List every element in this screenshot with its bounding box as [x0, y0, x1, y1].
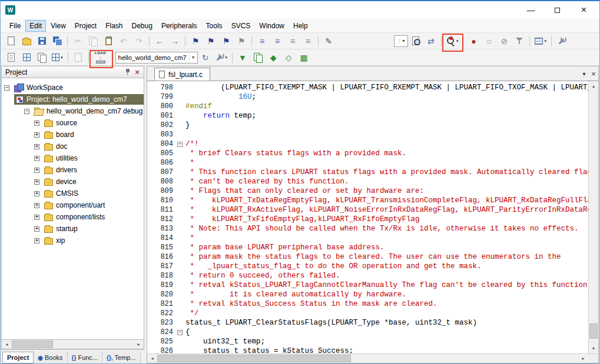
clear-bookmarks-icon[interactable]: ⚑	[234, 34, 248, 48]
expander-plus-icon[interactable]: +	[34, 144, 39, 149]
stop-build-icon[interactable]	[71, 51, 85, 65]
cut-icon[interactable]: ✂	[71, 34, 85, 48]
scroll-right-icon[interactable]: ▸	[134, 340, 144, 349]
tree-item-project[interactable]: Project: hello_world_demo_cm7	[2, 93, 144, 105]
tree-item-board[interactable]: +board	[2, 129, 144, 141]
expander-plus-icon[interactable]: +	[34, 238, 39, 243]
menu-edit[interactable]: Edit	[25, 20, 46, 32]
expander-plus-icon[interactable]: +	[34, 203, 39, 208]
view-list-icon[interactable]: ▾	[533, 34, 548, 48]
toggle-bookmark-icon[interactable]: ⚑	[188, 34, 203, 48]
download-to-board-icon[interactable]: ▼	[236, 51, 250, 65]
file-compare-icon[interactable]	[251, 51, 265, 65]
menu-window[interactable]: Window	[255, 20, 289, 32]
expander-plus-icon[interactable]: +	[34, 132, 39, 138]
menu-debug[interactable]: Debug	[128, 20, 157, 32]
expander-plus-icon[interactable]: +	[34, 191, 39, 196]
save-icon[interactable]	[35, 34, 49, 48]
scroll-left-icon[interactable]: ◂	[2, 340, 12, 349]
outdent-icon[interactable]: ≡	[255, 34, 269, 48]
tree-item-startup[interactable]: +startup	[2, 223, 144, 235]
expander-plus-icon[interactable]: +	[34, 168, 39, 173]
batch-build-icon[interactable]: ▾	[50, 51, 65, 65]
fold-icon[interactable]: −	[177, 330, 183, 335]
search-document-icon[interactable]	[409, 34, 423, 48]
enable-breakpoint-icon[interactable]: ○	[482, 34, 496, 48]
panel-tab-functions[interactable]: {}Func...	[68, 352, 102, 363]
tree-item-cmsis[interactable]: +CMSIS	[2, 188, 144, 199]
tree-item-xip[interactable]: +xip	[2, 235, 144, 246]
fold-icon[interactable]: −	[177, 142, 183, 147]
project-hscroll-track[interactable]	[12, 340, 134, 349]
menu-file[interactable]: File	[5, 20, 25, 32]
expander-plus-icon[interactable]: +	[34, 179, 39, 185]
quick-search-combo[interactable]: ▾	[394, 35, 408, 47]
breakpoint-filter-icon[interactable]	[512, 34, 526, 48]
indent-icon[interactable]: ≡	[270, 34, 284, 48]
new-file-icon[interactable]	[4, 34, 18, 48]
expander-plus-icon[interactable]: +	[34, 215, 39, 220]
pin-icon[interactable]	[123, 68, 132, 77]
scroll-right-icon[interactable]: ▸	[578, 354, 588, 363]
previous-bookmark-icon[interactable]: ⚑	[204, 34, 218, 48]
tree-item-component-lists[interactable]: +component/lists	[2, 211, 144, 223]
expander-plus-icon[interactable]: +	[34, 226, 39, 232]
tree-item-debug-folder[interactable]: −hello_world_demo_cm7 debug	[2, 105, 144, 117]
scroll-left-icon[interactable]: ◂	[147, 354, 157, 363]
refresh-target-icon[interactable]: ↻	[198, 51, 213, 65]
expander-minus-icon[interactable]: −	[4, 85, 9, 91]
panel-tab-project[interactable]: Project	[2, 352, 34, 363]
compile-icon[interactable]	[4, 51, 18, 65]
tree-item-source[interactable]: +source	[2, 117, 144, 129]
undo-icon[interactable]: ↶	[117, 34, 131, 48]
menu-peripherals[interactable]: Peripherals	[157, 20, 201, 32]
tree-item-device[interactable]: +device	[2, 176, 144, 188]
cmsis-manager-icon[interactable]: ▦	[297, 51, 311, 65]
scroll-down-icon[interactable]: ▾	[589, 343, 598, 353]
debug-without-download-icon[interactable]: ◇	[281, 51, 296, 65]
download-and-debug-icon[interactable]: ◆	[266, 51, 280, 65]
redo-icon[interactable]: ↷	[132, 34, 146, 48]
make-icon[interactable]	[19, 51, 34, 65]
tree-item-workspace[interactable]: −WorkSpace	[2, 82, 144, 93]
menu-help[interactable]: Help	[289, 20, 312, 32]
close-button[interactable]: ×	[571, 2, 597, 18]
copy-icon[interactable]	[86, 34, 100, 48]
editor-tab-fsl-lpuart[interactable]: fsl_lpuart.c	[154, 68, 210, 81]
options-icon[interactable]	[555, 34, 569, 48]
chevron-down-icon[interactable]: ▾	[399, 38, 407, 44]
editor-hscroll-thumb[interactable]	[157, 355, 351, 362]
expander-plus-icon[interactable]: +	[34, 156, 39, 161]
expander-plus-icon[interactable]: +	[34, 121, 39, 126]
menu-svcs[interactable]: SVCS	[227, 20, 255, 32]
uncomment-block-icon[interactable]: ≡	[301, 34, 315, 48]
tree-item-doc[interactable]: +doc	[2, 141, 144, 152]
editor-vscroll-thumb[interactable]	[589, 323, 598, 339]
paste-icon[interactable]	[101, 34, 115, 48]
expander-minus-icon[interactable]: −	[24, 109, 29, 114]
tree-item-utilities[interactable]: +utilities	[2, 152, 144, 164]
replace-icon[interactable]: ⇄	[424, 34, 438, 48]
tree-item-drivers[interactable]: +drivers	[2, 164, 144, 176]
flash-load-button[interactable]: LOAD↓	[92, 51, 110, 65]
navigate-forward-icon[interactable]: →	[168, 34, 182, 48]
menu-flash[interactable]: Flash	[101, 20, 127, 32]
maximize-button[interactable]	[544, 2, 571, 18]
panel-close-icon[interactable]: ×	[132, 68, 142, 77]
tree-item-component-uart[interactable]: +component/uart	[2, 199, 144, 211]
disable-breakpoints-icon[interactable]: ⊘	[497, 34, 511, 48]
tab-close-icon[interactable]: ×	[589, 68, 598, 79]
find-icon[interactable]: ▾	[445, 34, 460, 48]
build-target-combo[interactable]: hello_world_demo_cm7▾	[115, 52, 198, 64]
editor-vscroll-track[interactable]	[589, 91, 598, 343]
next-bookmark-icon[interactable]: ⚑	[219, 34, 233, 48]
save-all-icon[interactable]	[50, 34, 64, 48]
menu-tools[interactable]: Tools	[202, 20, 227, 32]
chevron-down-icon[interactable]: ▾	[189, 55, 197, 60]
project-hscroll-thumb[interactable]	[12, 340, 53, 348]
editor-hscroll-track[interactable]	[157, 354, 578, 363]
menu-project[interactable]: Project	[71, 20, 101, 32]
comment-block-icon[interactable]: ≡	[286, 34, 300, 48]
edit-template-icon[interactable]: ✎	[321, 34, 336, 48]
project-options-icon[interactable]: ▾	[214, 51, 230, 65]
